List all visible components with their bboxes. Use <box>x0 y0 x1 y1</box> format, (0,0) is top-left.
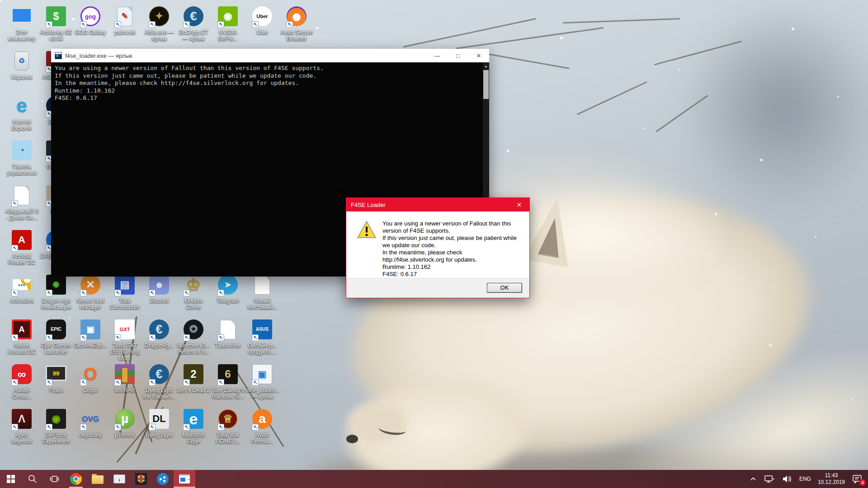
search-icon <box>28 474 38 484</box>
desktop-icon-cheat-engine-eocapp[interactable]: €↖EoCApp.CT — ярлык <box>176 5 211 42</box>
desktop-icon-gog-galaxy[interactable]: gog↖GOG Galaxy <box>73 5 108 36</box>
desktop-icon-witcher3-shortcut[interactable]: ↖«Ведьмак® 3 - Дикая Ох... <box>5 184 39 221</box>
taskbar-app-blue-dots[interactable] <box>152 470 174 488</box>
volume-icon[interactable] <box>782 474 793 483</box>
language-indicator[interactable]: ENG <box>799 476 811 482</box>
shortcut-arrow-icon: ↖ <box>11 200 18 207</box>
desktop-icon-fraps[interactable]: 99↖Fraps <box>39 363 73 394</box>
shortcut-arrow-icon: ↖ <box>46 424 52 431</box>
desktop-icon-label: Корзина <box>5 74 39 80</box>
start-button[interactable] <box>0 470 22 488</box>
desktop-icon-label: GOG Galaxy <box>73 29 108 36</box>
desktop-icon-control-panel[interactable]: ◔Панель управления <box>5 140 39 176</box>
desktop-icon-nvidia-geforce[interactable]: ◉↖NVIDIA GeFor... <box>211 5 245 42</box>
shortcut-arrow-icon: ↖ <box>149 334 156 341</box>
shortcut-arrow-icon: ↖ <box>114 334 121 341</box>
desktop-icon-total-commander[interactable]: ▤↖Total Commander <box>108 274 142 310</box>
desktop-icon-this-pc[interactable]: Этот компьютер <box>5 5 39 42</box>
desktop-icon-adobe-creative-cloud[interactable]: ∞↖Adobe Creati... <box>5 363 39 400</box>
desktop-icon-ovgorskiy[interactable]: OVG↖ovgorskiy <box>73 408 108 438</box>
desktop-icon-tlauncher[interactable]: ↖TLauncher <box>211 319 245 349</box>
desktop-icon-artmoney-se[interactable]: $↖ArtMoney SE v8.04 <box>39 5 73 42</box>
maximize-button[interactable]: □ <box>448 49 468 62</box>
network-icon[interactable] <box>764 474 775 483</box>
desktop-icon-cheat-engine-dying-light[interactable]: €↖Dying Light the followin... <box>142 363 176 400</box>
desktop-icon-label: Adobe Acrobat DC <box>5 343 39 355</box>
chrome-icon <box>70 473 82 485</box>
taskbar-app-console-active[interactable] <box>174 470 195 488</box>
desktop-icon-geforce-experience[interactable]: ◉↖GeForce Experience <box>39 408 73 445</box>
desktop-icon-total-war-rome[interactable]: ♕↖Total War ROME I... <box>211 408 245 445</box>
desktop-icon-asus-online[interactable]: ASUS↖Онлайн-р... продукта ... <box>245 319 279 355</box>
desktop-icon-acrobat-reader-dc[interactable]: A↖Acrobat Reader DC <box>5 229 39 266</box>
desktop-icon-recycle-bin[interactable]: ♻Корзина <box>5 50 39 80</box>
desktop-icon-dying-light[interactable]: DL↖Dying Light <box>142 408 176 438</box>
desktop-icon-label: Онлайн-р... продукта ... <box>245 343 279 355</box>
console-window-icon <box>179 474 190 483</box>
shortcut-arrow-icon: ↖ <box>11 290 18 296</box>
desktop-icon-origin[interactable]: O↖Origin <box>73 363 108 394</box>
desktop-icon-oldnewexplorer[interactable]: ▣↖OldNewExp... <box>73 319 108 349</box>
desktop-icon-label: DragonAg... <box>142 343 176 349</box>
desktop-icon-label: EoCApp.CT — ярлык <box>176 29 211 42</box>
dialog-title: F4SE Loader <box>346 202 509 208</box>
desktop-icon-apex-legends[interactable]: Λ↖Apex Legends <box>5 408 39 445</box>
desktop-icon-discord[interactable]: ☻↖Discord <box>142 274 176 304</box>
desktop-icon-uber[interactable]: Uber↖Uber <box>245 5 279 36</box>
desktop-icon-cheat-engine-dragonage[interactable]: €↖DragonAg... <box>142 319 176 349</box>
action-center-button[interactable]: 4 <box>852 474 863 484</box>
file-explorer-icon <box>92 475 104 484</box>
desktop-icon-microsoft-edge[interactable]: e↖Microsoft Edge <box>176 408 211 445</box>
desktop-icon-nexus-mod-manager[interactable]: ✕↖Nexus Mod Manager <box>73 274 108 310</box>
shortcut-arrow-icon: ↖ <box>252 424 259 431</box>
console-line: If this version just came out, please be… <box>55 72 486 80</box>
shortcut-arrow-icon: ↖ <box>80 334 87 341</box>
chevron-up-icon[interactable] <box>749 475 757 483</box>
desktop-icon-label: Microsoft Edge <box>176 432 211 445</box>
desktop-icon-left-4-dead-2[interactable]: 2↖Left 4 Dead 2 <box>176 363 211 394</box>
ok-button[interactable]: OK <box>487 283 522 293</box>
desktop-icon-telegram[interactable]: ➤↖Telegram <box>211 274 245 304</box>
scrollbar-thumb[interactable] <box>483 70 489 99</box>
search-button[interactable] <box>22 470 43 488</box>
close-button[interactable]: ✕ <box>468 49 489 62</box>
desktop-icon-new-text-document[interactable]: Новый текстовый... <box>245 274 279 310</box>
scroll-up-icon[interactable]: ▴ <box>483 62 489 69</box>
dialog-close-button[interactable]: ✕ <box>509 198 529 211</box>
warning-triangle-icon <box>357 221 376 240</box>
desktop-icon-epic-games-launcher[interactable]: EPIC↖Epic Games Launcher <box>39 319 73 355</box>
desktop-icon-internet-explorer[interactable]: eInternet Explorer <box>5 95 39 131</box>
console-title-bar[interactable]: f4se_loader.exe — ярлык — □ ✕ <box>51 49 489 62</box>
desktop-icon-attila[interactable]: ✦↖Attila.exe — ярлык <box>142 5 176 42</box>
task-view-button[interactable] <box>43 470 65 488</box>
shortcut-arrow-icon: ↖ <box>11 245 18 252</box>
desktop-icon-winrar[interactable]: ↖WinRAR <box>108 363 142 394</box>
minimize-button[interactable]: — <box>427 49 448 62</box>
desktop-icon-nvse-loader[interactable]: ▣↖nvse_loader... — ярлык <box>245 363 279 400</box>
shortcut-arrow-icon: ↖ <box>46 21 52 28</box>
desktop-icon-label: Epic Games Launcher <box>39 343 73 355</box>
desktop-icon-activators[interactable]: •••↖Activators <box>5 274 39 304</box>
dialog-title-bar[interactable]: F4SE Loader ✕ <box>346 198 529 211</box>
taskbar-app-performance-monitor[interactable] <box>108 470 130 488</box>
taskbar-app-file-explorer[interactable] <box>87 470 108 488</box>
clock[interactable]: 11:43 10.12.2019 <box>818 472 845 486</box>
desktop-icon-label: Left 4 Dead 2 <box>176 387 211 394</box>
taskbar-app-crusader-game[interactable] <box>130 470 152 488</box>
taskbar-app-chrome[interactable] <box>65 470 87 488</box>
desktop-icon-paint-net[interactable]: ✎↖paint.net <box>108 5 142 36</box>
desktop-icon-utorrent[interactable]: µ↖µTorrent <box>108 408 142 438</box>
desktop-icon-rainbow-six[interactable]: 6↖Tom Clancy's Rainbow Si... <box>211 363 245 400</box>
desktop-icon-label: Avast Secure Browser <box>279 29 314 42</box>
desktop-icon-label: Новый текстовый... <box>245 298 279 310</box>
desktop-icon-label: Origin <box>73 387 108 394</box>
internet-explorer-icon: e <box>12 96 32 116</box>
desktop-icon-trust-gxt[interactable]: GXT↖Trust GXT 155 Gaming Mo... <box>108 319 142 361</box>
desktop-icon-dragon-age-inquisition[interactable]: ✹↖Dragon Age Инквизиция <box>39 274 73 310</box>
shortcut-arrow-icon: ↖ <box>80 379 87 386</box>
desktop-icon-avast-premium[interactable]: a↖Avast Premiu... <box>245 408 279 445</box>
desktop-icon-hearts-of-iron-launcher[interactable]: ✪↖launcher-v2... Hearts of Ir... <box>176 319 211 355</box>
desktop-icon-avast-secure-browser[interactable]: ↖Avast Secure Browser <box>279 5 314 42</box>
desktop-icon-adobe-acrobat-dc[interactable]: A↖Adobe Acrobat DC <box>5 319 39 355</box>
desktop-icon-kingdom-come[interactable]: ♔↖Kindom Come <box>176 274 211 310</box>
